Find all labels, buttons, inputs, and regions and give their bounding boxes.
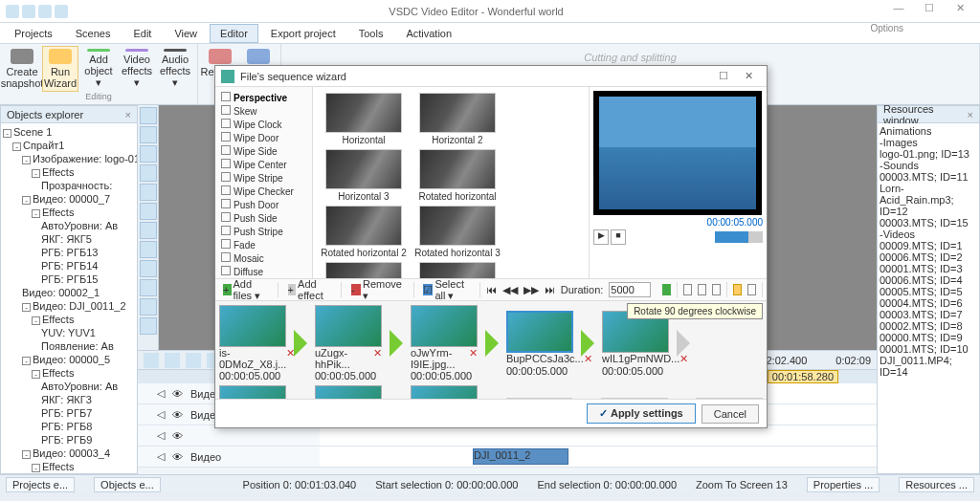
- tool-image-icon[interactable]: [140, 222, 157, 239]
- tree-node[interactable]: 00005.MTS; ID=5: [880, 286, 977, 297]
- timeline-track[interactable]: ◁👁ВидеоDJI_0011_2: [138, 447, 877, 468]
- wizard-maximize-button[interactable]: ☐: [711, 70, 736, 82]
- menu-tab-export-project[interactable]: Export project: [260, 24, 346, 43]
- close-button[interactable]: ✕: [946, 2, 974, 21]
- effect-item[interactable]: Wipe Door: [219, 131, 308, 144]
- sequence-area[interactable]: Rotate 90 degrees clockwise is-0DMoZ_X8.…: [215, 301, 767, 399]
- transition-arrow[interactable]: [673, 322, 694, 364]
- transition-thumb[interactable]: Horizontal 3: [319, 149, 409, 202]
- ribbon-run-wizard-button[interactable]: Run Wizard: [42, 46, 78, 92]
- tree-node[interactable]: Появление: Ав: [3, 339, 135, 353]
- tree-node[interactable]: -Scene 1: [3, 125, 135, 139]
- status-tab-projects[interactable]: Projects e...: [6, 477, 75, 492]
- sequence-item[interactable]: uZugx-hhPik...✕00:00:05.000: [315, 305, 382, 381]
- transition-thumb[interactable]: Rotated horizontal 3: [412, 206, 502, 258]
- menu-tab-view[interactable]: View: [164, 24, 208, 43]
- tree-node[interactable]: РГБ: РГБ14: [3, 259, 135, 272]
- transition-arrow[interactable]: [290, 398, 311, 400]
- effect-item[interactable]: Wipe Center: [219, 158, 308, 171]
- sequence-item[interactable]: ayMAY5DZvBc...✕00:00:05.000: [315, 385, 382, 399]
- add-files-button[interactable]: +Add files ▾: [219, 276, 272, 304]
- transition-thumb[interactable]: Rotated horizontal 2: [319, 206, 409, 258]
- timeline-undo-icon[interactable]: [144, 353, 159, 368]
- tree-node[interactable]: 00003.MTS; ID=7: [880, 309, 977, 320]
- tree-node[interactable]: -Видео: 00003_4: [3, 447, 135, 460]
- menu-tab-projects[interactable]: Projects: [4, 24, 63, 43]
- flip-h-icon[interactable]: [698, 284, 706, 295]
- play-button[interactable]: ▶: [593, 229, 609, 245]
- status-tab-properties[interactable]: Properties ...: [807, 477, 880, 492]
- tree-node[interactable]: -Images: [880, 137, 977, 148]
- tool-rect-icon[interactable]: [140, 126, 157, 143]
- tree-node[interactable]: 00003.MTS; ID=15: [880, 217, 977, 229]
- tree-node[interactable]: АвтоУровни: Ав: [3, 380, 135, 393]
- remove-item-icon[interactable]: ✕: [373, 347, 382, 370]
- tree-node[interactable]: 00000.MTS; ID=9: [880, 332, 977, 343]
- tree-node[interactable]: Animations: [880, 125, 977, 137]
- effects-list[interactable]: PerspectiveSkewWipe ClockWipe DoorWipe S…: [215, 87, 313, 278]
- tree-node[interactable]: DJI_0011.MP4; ID=14: [880, 355, 977, 378]
- sequence-item[interactable]: fDBUnmT1h4I...✕00:00:05.000: [411, 385, 478, 399]
- rotate-cw-icon[interactable]: [733, 284, 742, 295]
- menu-tab-tools[interactable]: Tools: [348, 24, 394, 43]
- sequence-item[interactable]: bM1pknUBGk4...✕00:00:05.000: [219, 385, 286, 399]
- tool-counter-icon[interactable]: [140, 298, 157, 316]
- menu-tab-editor[interactable]: Editor: [210, 24, 258, 43]
- tool-sprite-icon[interactable]: [140, 279, 157, 296]
- maximize-button[interactable]: ☐: [915, 2, 944, 21]
- menu-tab-scenes[interactable]: Scenes: [65, 24, 122, 43]
- objects-tree[interactable]: -Scene 1-Спрайт1-Изображение: logo-01..-…: [1, 123, 137, 473]
- transition-arrow[interactable]: [577, 322, 598, 364]
- effect-item[interactable]: Wipe Clock: [219, 118, 308, 131]
- transition-arrow[interactable]: [386, 322, 407, 364]
- transition-arrow[interactable]: [290, 322, 311, 364]
- transition-arrow[interactable]: [481, 398, 502, 400]
- effect-item[interactable]: Push Door: [219, 198, 308, 211]
- flip-v-icon[interactable]: [712, 284, 721, 295]
- drop-zone[interactable]: Drag and drop media files here: [506, 398, 573, 400]
- tree-node[interactable]: -Спрайт1: [3, 139, 135, 152]
- transition-arrow[interactable]: [386, 398, 407, 400]
- tree-node[interactable]: -Effects: [3, 366, 135, 380]
- timeline-clip[interactable]: DJI_0011_2: [473, 448, 568, 465]
- remove-button[interactable]: -Remove ▾: [347, 276, 408, 304]
- tree-node[interactable]: 00006.MTS; ID=4: [880, 274, 977, 286]
- tree-node[interactable]: -Videos: [880, 229, 977, 240]
- minimize-button[interactable]: —: [884, 2, 913, 21]
- tree-node[interactable]: logo-01.png; ID=13: [880, 148, 977, 160]
- apply-icon[interactable]: [662, 284, 671, 295]
- tree-node[interactable]: РГБ: РГБ15: [3, 272, 135, 286]
- tree-node[interactable]: -Видео: DJI_0011_2: [3, 299, 135, 313]
- sequence-item[interactable]: wIL1gPmNWD...✕00:00:05.000: [602, 311, 669, 377]
- transition-thumb[interactable]: Horizontal 2: [412, 93, 502, 145]
- tree-node[interactable]: -Effects: [3, 206, 135, 219]
- effect-item[interactable]: Push Stripe: [219, 225, 308, 238]
- tree-node[interactable]: -Видео: 00000_7: [3, 192, 135, 206]
- wizard-close-button[interactable]: ✕: [736, 70, 761, 82]
- effect-item[interactable]: Wipe Checker: [219, 185, 308, 198]
- effect-item[interactable]: Wipe Side: [219, 144, 308, 158]
- tree-node[interactable]: Lorn-Acid_Rain.mp3; ID=12: [880, 183, 977, 217]
- tree-node[interactable]: РГБ: РГБ7: [3, 406, 135, 420]
- transition-thumb[interactable]: Horizontal: [319, 93, 409, 145]
- tree-node[interactable]: YUV: YUV1: [3, 326, 135, 339]
- tree-node[interactable]: -Effects: [3, 460, 135, 473]
- tool-video-icon[interactable]: [140, 241, 157, 258]
- timeline-cut-icon[interactable]: [186, 353, 201, 368]
- tree-node[interactable]: Прозрачность:: [3, 179, 135, 192]
- tree-node[interactable]: 00003.MTS; ID=11: [880, 171, 977, 183]
- stop-button[interactable]: ■: [611, 229, 626, 245]
- duration-input[interactable]: [609, 282, 651, 297]
- menu-tab-edit[interactable]: Edit: [122, 24, 162, 43]
- effect-item[interactable]: Perspective: [219, 91, 308, 104]
- tree-node[interactable]: 00002.MTS; ID=8: [880, 320, 977, 332]
- timeline-redo-icon[interactable]: [165, 353, 180, 368]
- ribbon-create-snapshot-button[interactable]: Create snapshot: [4, 46, 40, 92]
- sequence-item[interactable]: oJwYrm-I9IE.jpg...✕00:00:05.000: [411, 305, 478, 381]
- drop-zone[interactable]: [601, 398, 668, 400]
- transition-arrow[interactable]: [672, 398, 693, 400]
- seq-prev-icon[interactable]: ◀◀: [502, 284, 518, 296]
- effect-item[interactable]: Mosaic: [219, 251, 308, 265]
- tool-audio-icon[interactable]: [140, 260, 157, 277]
- status-tab-resources[interactable]: Resources ...: [899, 477, 974, 492]
